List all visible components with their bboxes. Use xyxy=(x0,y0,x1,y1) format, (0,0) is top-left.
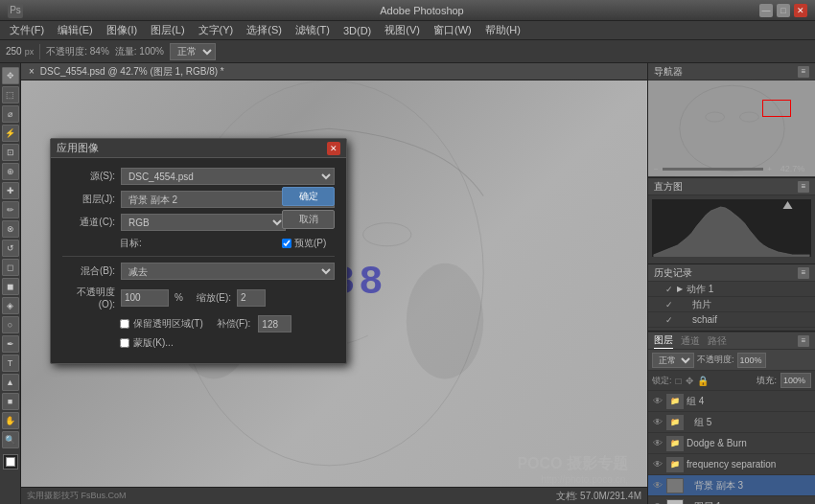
list-item[interactable]: ✓schaif xyxy=(648,312,815,328)
layers-menu-icon[interactable]: ≡ xyxy=(798,335,809,347)
mask-label: 蒙版(K)... xyxy=(133,336,174,350)
visibility-toggle[interactable]: 👁 xyxy=(652,396,664,407)
tool-shape[interactable]: ■ xyxy=(2,393,19,410)
channels-tab[interactable]: 通道 xyxy=(681,334,700,348)
opacity-row: 不透明度(O): % 缩放(E): xyxy=(62,286,335,309)
navigator-menu-icon[interactable]: ≡ xyxy=(798,66,809,78)
preserve-checkbox[interactable] xyxy=(120,319,129,329)
blend-select[interactable]: 减去 xyxy=(121,263,335,280)
visibility-toggle[interactable]: 👁 xyxy=(652,417,664,428)
tool-dodge[interactable]: ○ xyxy=(2,316,19,333)
layer-item-layer1[interactable]: 👁 图层 1 xyxy=(648,496,815,504)
paths-tab[interactable]: 路径 xyxy=(708,334,727,348)
histogram-menu-icon[interactable]: ≡ xyxy=(798,181,809,193)
visibility-toggle[interactable]: 👁 xyxy=(652,480,664,492)
tool-text[interactable]: T xyxy=(2,355,19,372)
close-button[interactable]: ✕ xyxy=(794,4,807,17)
cancel-button[interactable]: 取消 xyxy=(282,210,335,229)
tool-lasso[interactable]: ⌀ xyxy=(2,105,19,123)
preview-label: 预览(P) xyxy=(294,237,326,250)
menu-3d[interactable]: 3D(D) xyxy=(338,23,377,38)
dialog-titlebar: 应用图像 ✕ xyxy=(51,139,346,158)
opacity-value-input[interactable] xyxy=(737,353,766,368)
navigator-zoom-bar: − + 42.7% xyxy=(648,164,815,173)
svg-point-2 xyxy=(363,223,411,246)
menu-filter[interactable]: 滤镜(T) xyxy=(290,21,336,39)
tool-pen[interactable]: ✒ xyxy=(2,335,19,353)
preview-checkbox[interactable] xyxy=(282,239,291,248)
foreground-color[interactable] xyxy=(3,454,18,470)
tool-history-brush[interactable]: ↺ xyxy=(2,240,19,257)
tool-path[interactable]: ▲ xyxy=(2,374,19,391)
menu-edit[interactable]: 编辑(E) xyxy=(52,21,99,39)
tool-eyedropper[interactable]: ⊕ xyxy=(2,163,19,180)
tool-select[interactable]: ⬚ xyxy=(2,86,19,103)
canvas-close-icon[interactable]: × xyxy=(29,66,35,77)
zoom-in-icon[interactable]: + xyxy=(767,165,772,173)
list-item[interactable]: ✓拍片 xyxy=(648,297,815,312)
histogram-chart xyxy=(652,199,811,257)
tool-brush[interactable]: ✏ xyxy=(2,201,19,218)
channel-label: 通道(C): xyxy=(62,216,115,229)
menu-image[interactable]: 图像(I) xyxy=(101,21,143,39)
fill-value-input[interactable] xyxy=(780,373,811,388)
dialog-close-button[interactable]: ✕ xyxy=(327,142,340,155)
layers-tab[interactable]: 图层 xyxy=(654,333,673,349)
tool-move[interactable]: ✥ xyxy=(2,67,19,84)
menu-view[interactable]: 视图(V) xyxy=(379,21,426,39)
mask-checkbox[interactable] xyxy=(120,338,129,348)
source-select[interactable]: DSC_4554.psd xyxy=(121,168,335,185)
nav-preview-image xyxy=(648,80,815,176)
menu-file[interactable]: 文件(F) xyxy=(4,21,50,39)
menu-help[interactable]: 帮助(H) xyxy=(479,21,526,39)
visibility-toggle[interactable]: 👁 xyxy=(652,459,664,470)
layer-thumbnail: 📁 xyxy=(666,436,684,451)
layer-item-freqsep[interactable]: 👁 📁 frequency separation xyxy=(648,454,815,475)
layer-item-group5[interactable]: 👁 📁 组 5 xyxy=(648,412,815,433)
arrow-icon: ▶ xyxy=(677,285,683,293)
histogram-panel: 直方图 ≡ xyxy=(648,178,815,264)
layer-thumbnail xyxy=(666,478,684,493)
tool-crop[interactable]: ⊡ xyxy=(2,144,19,161)
offset-input[interactable] xyxy=(258,315,291,332)
canvas-content[interactable]: 883138 POCO 摄影专题 http://photo.poco.cn, 实… xyxy=(21,80,647,504)
ok-button[interactable]: 确定 xyxy=(282,187,335,206)
tool-eraser[interactable]: ◻ xyxy=(2,259,19,276)
list-item[interactable]: ✓▶动作 1 xyxy=(648,282,815,297)
layer-name: 图层 1 xyxy=(687,500,811,505)
tool-heal[interactable]: ✚ xyxy=(2,182,19,199)
zoom-out-icon[interactable]: − xyxy=(654,165,659,173)
menu-window[interactable]: 窗口(W) xyxy=(428,21,477,39)
layer-item-dodgeburn[interactable]: 👁 📁 Dodge & Burn xyxy=(648,433,815,454)
history-header: 历史记录 ≡ xyxy=(648,264,815,282)
history-menu-icon[interactable]: ≡ xyxy=(798,267,809,279)
navigator-preview[interactable]: − + 42.7% xyxy=(648,80,815,176)
menu-text[interactable]: 文字(Y) xyxy=(193,21,240,39)
layer-item-bg3[interactable]: 👁 背景 副本 3 xyxy=(648,475,815,496)
minimize-button[interactable]: — xyxy=(759,4,773,17)
scale-input[interactable] xyxy=(237,289,266,307)
tool-gradient[interactable]: ◼ xyxy=(2,278,19,295)
tool-hand[interactable]: ✋ xyxy=(2,412,19,429)
menu-layer[interactable]: 图层(L) xyxy=(145,21,190,39)
tool-magic[interactable]: ⚡ xyxy=(2,125,19,142)
watermark-url: http://photo.poco.cn, xyxy=(517,474,628,485)
dialog-divider xyxy=(62,256,335,257)
navigator-zoom-slider[interactable] xyxy=(663,168,764,171)
mode-select[interactable]: 正常 xyxy=(170,43,216,60)
maximize-button[interactable]: □ xyxy=(777,4,790,17)
tool-clone[interactable]: ⊗ xyxy=(2,220,19,238)
opacity-input[interactable] xyxy=(121,289,169,307)
channel-select[interactable]: RGB xyxy=(121,214,286,231)
tool-blur[interactable]: ◈ xyxy=(2,297,19,314)
blend-mode-select[interactable]: 正常 xyxy=(652,353,694,368)
scale-label: 缩放(E): xyxy=(197,291,231,305)
layer-item-group4[interactable]: 👁 📁 组 4 xyxy=(648,391,815,412)
tool-zoom[interactable]: 🔍 xyxy=(2,431,19,448)
menu-select[interactable]: 选择(S) xyxy=(241,21,288,39)
options-bar: 250 px 不透明度: 84% 流量: 100% 正常 xyxy=(0,40,815,63)
visibility-toggle[interactable]: 👁 xyxy=(652,501,664,505)
visibility-toggle[interactable]: 👁 xyxy=(652,438,664,449)
canvas-area: × DSC_4554.psd @ 42.7% (图层 1, RGB/8) * xyxy=(21,63,647,504)
opacity-label: 不透明度(O): xyxy=(62,286,115,309)
